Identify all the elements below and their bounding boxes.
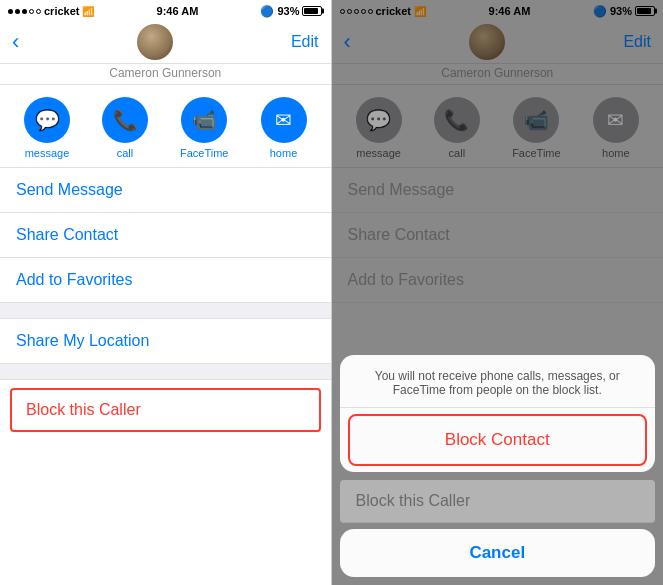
share-contact-left[interactable]: Share Contact	[0, 213, 331, 258]
send-message-left[interactable]: Send Message	[0, 168, 331, 213]
menu-spacer2-left	[0, 364, 331, 380]
avatar-left	[137, 24, 173, 60]
dialog-message: You will not receive phone calls, messag…	[340, 355, 656, 408]
cancel-button[interactable]: Cancel	[340, 529, 656, 577]
back-button-left[interactable]: ‹	[12, 31, 19, 53]
action-call-left[interactable]: 📞 call	[102, 97, 148, 159]
block-contact-button[interactable]: Block Contact	[348, 414, 648, 466]
contact-name-left: Cameron Gunnerson	[0, 64, 331, 85]
dot5	[36, 9, 41, 14]
action-facetime-left[interactable]: 📹 FaceTime	[180, 97, 229, 159]
bluetooth-icon-left: 🔵	[260, 5, 274, 18]
status-right-left: 🔵 93%	[260, 5, 322, 18]
action-message-left[interactable]: 💬 message	[24, 97, 70, 159]
nav-bar-left: ‹ Edit	[0, 20, 331, 64]
status-left: cricket 📶	[8, 5, 94, 17]
dot1	[8, 9, 13, 14]
share-location-left[interactable]: Share My Location	[0, 319, 331, 364]
carrier-left: cricket	[44, 5, 79, 17]
add-favorites-left[interactable]: Add to Favorites	[0, 258, 331, 303]
right-panel: cricket 📶 9:46 AM 🔵 93% ‹ Edit Cameron G…	[332, 0, 664, 585]
dot2	[15, 9, 20, 14]
menu-list-left: Send Message Share Contact Add to Favori…	[0, 168, 331, 585]
action-row-left: 💬 message 📞 call 📹 FaceTime ✉ home	[0, 85, 331, 168]
facetime-icon-left: 📹	[181, 97, 227, 143]
wifi-icon-left: 📶	[82, 6, 94, 17]
call-label-left: call	[117, 147, 134, 159]
dialog-sheet: You will not receive phone calls, messag…	[332, 355, 664, 585]
battery-left	[302, 6, 322, 16]
call-icon-left: 📞	[102, 97, 148, 143]
block-caller-right-bg: Block this Caller	[340, 480, 656, 523]
left-panel: cricket 📶 9:46 AM 🔵 93% ‹ Edit Cameron G…	[0, 0, 332, 585]
dot3	[22, 9, 27, 14]
signal-dots	[8, 9, 41, 14]
dialog-card: You will not receive phone calls, messag…	[340, 355, 656, 472]
status-bar-left: cricket 📶 9:46 AM 🔵 93%	[0, 0, 331, 20]
battery-pct-left: 93%	[277, 5, 299, 17]
action-home-left[interactable]: ✉ home	[261, 97, 307, 159]
dialog-overlay: You will not receive phone calls, messag…	[332, 0, 664, 585]
message-label-left: message	[25, 147, 70, 159]
edit-button-left[interactable]: Edit	[291, 33, 319, 51]
time-left: 9:46 AM	[157, 5, 199, 17]
message-icon-left: 💬	[24, 97, 70, 143]
menu-spacer-left	[0, 303, 331, 319]
home-icon-left: ✉	[261, 97, 307, 143]
facetime-label-left: FaceTime	[180, 147, 229, 159]
home-label-left: home	[270, 147, 298, 159]
dot4	[29, 9, 34, 14]
block-caller-left[interactable]: Block this Caller	[10, 388, 321, 432]
